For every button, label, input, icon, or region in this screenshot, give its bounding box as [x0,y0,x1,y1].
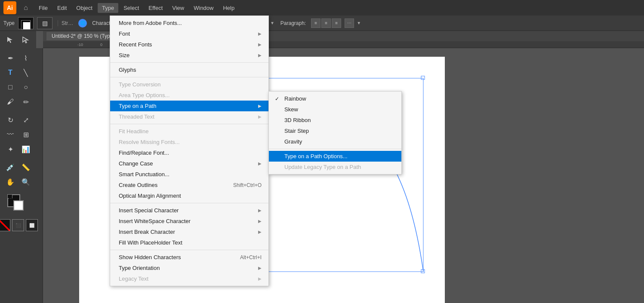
menu-threaded-text: Threaded Text ▶ [110,111,268,122]
menu-optical-margin[interactable]: Optical Margin Alignment [110,190,268,201]
menu-type[interactable]: Type [98,3,118,13]
menu-more-adobe-fonts[interactable]: More from Adobe Fonts... [110,18,268,28]
menu-bar: Ai ⌂ File Edit Object Type Select Effect… [0,0,644,15]
menu-fill-placeholder[interactable]: Fill With PlaceHolder Text [110,237,268,248]
menu-effect[interactable]: Effect [144,3,167,13]
submenu-gravity[interactable]: Gravity [269,136,401,147]
app-logo: Ai [3,1,16,14]
menu-section-5: Insert Special Character ▶ Insert WhiteS… [110,203,268,250]
menu-smart-punctuation[interactable]: Smart Punctuation... [110,169,268,180]
menu-type-orientation[interactable]: Type Orientation ▶ [110,263,268,273]
dropdown-overlay: More from Adobe Fonts... Font ▶ Recent F… [0,15,644,303]
submenu-rainbow[interactable]: ✓ Rainbow [269,93,401,104]
threaded-text-arrow: ▶ [258,114,262,119]
menu-recent-fonts[interactable]: Recent Fonts ▶ [110,39,268,50]
menu-section-6: Show Hidden Characters Alt+Ctrl+I Type O… [110,250,268,286]
menu-object[interactable]: Object [72,3,97,13]
menu-insert-whitespace[interactable]: Insert WhiteSpace Character ▶ [110,216,268,226]
menu-file[interactable]: File [34,3,52,13]
menu-insert-special-char[interactable]: Insert Special Character ▶ [110,205,268,216]
menu-glyphs[interactable]: Glyphs [110,64,268,75]
menu-find-replace-font[interactable]: Find/Replace Font... [110,147,268,158]
menu-area-type-options: Area Type Options... [110,90,268,101]
type-on-path-submenu: ✓ Rainbow Skew 3D Ribbon Stair Step Grav… [268,91,402,174]
submenu-3d-ribbon[interactable]: 3D Ribbon [269,115,401,125]
submenu-type-on-path-options[interactable]: Type on a Path Options... [269,151,401,162]
menu-legacy-text: Legacy Text ▶ [110,273,268,284]
menu-change-case[interactable]: Change Case ▶ [110,158,268,169]
size-arrow: ▶ [258,53,262,58]
menu-insert-break[interactable]: Insert Break Character ▶ [110,226,268,237]
home-icon[interactable]: ⌂ [20,2,32,14]
submenu-update-legacy: Update Legacy Type on a Path [269,162,401,172]
menu-create-outlines[interactable]: Create Outlines Shift+Ctrl+O [110,180,268,190]
recent-fonts-arrow: ▶ [258,42,262,47]
menu-section-4: Fit Headline Resolve Missing Fonts... Fi… [110,124,268,203]
menu-show-hidden-chars[interactable]: Show Hidden Characters Alt+Ctrl+I [110,252,268,263]
type-menu: More from Adobe Fonts... Font ▶ Recent F… [110,15,269,286]
show-hidden-shortcut: Alt+Ctrl+I [240,254,262,260]
type-orientation-arrow: ▶ [258,266,262,270]
menu-type-conversion: Type Conversion [110,79,268,90]
legacy-text-arrow: ▶ [258,276,262,281]
menu-window[interactable]: Window [189,3,218,13]
submenu-stair-step[interactable]: Stair Step [269,125,401,136]
menu-section-1: More from Adobe Fonts... Font ▶ Recent F… [110,16,268,63]
font-arrow: ▶ [258,31,262,36]
menu-help[interactable]: Help [219,3,239,13]
rainbow-checkmark: ✓ [275,96,279,102]
menu-font[interactable]: Font ▶ [110,28,268,39]
menu-section-3: Type Conversion Area Type Options... Typ… [110,77,268,124]
insert-break-arrow: ▶ [258,230,262,234]
menu-section-2: Glyphs [110,63,268,77]
menu-size[interactable]: Size ▶ [110,50,268,61]
menu-select[interactable]: Select [119,3,143,13]
menu-resolve-missing-fonts: Resolve Missing Fonts... [110,137,268,147]
insert-whitespace-arrow: ▶ [258,219,262,223]
menu-fit-headline: Fit Headline [110,126,268,137]
type-on-path-arrow: ▶ [258,104,262,108]
submenu-skew[interactable]: Skew [269,104,401,115]
insert-special-arrow: ▶ [258,208,262,213]
menu-edit[interactable]: Edit [53,3,71,13]
change-case-arrow: ▶ [258,161,262,166]
submenu-divider [269,149,401,149]
create-outlines-shortcut: Shift+Ctrl+O [233,182,262,188]
menu-view[interactable]: View [168,3,188,13]
menu-type-on-path[interactable]: Type on a Path ▶ [110,101,268,111]
